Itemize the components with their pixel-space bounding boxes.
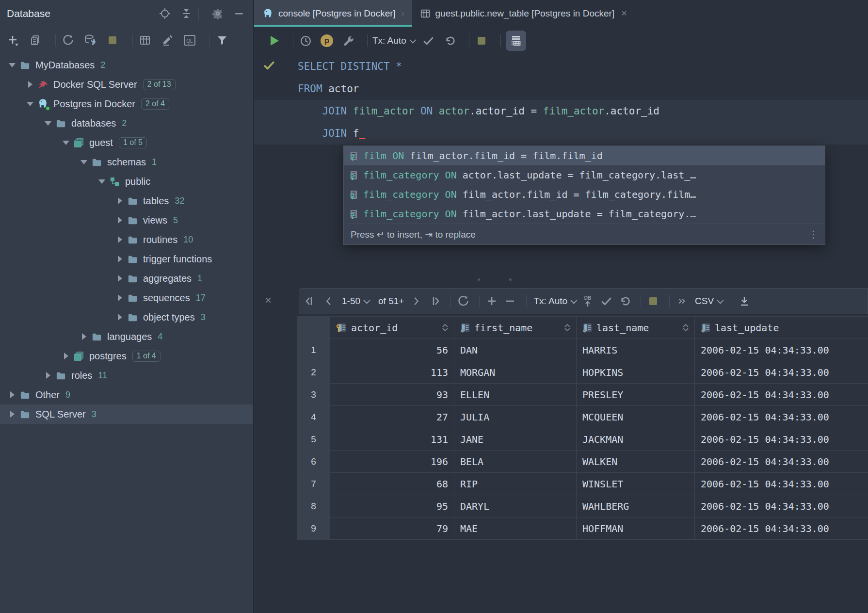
cell-last-update[interactable]: 2006-02-15 04:34:33.00 [695,406,868,428]
copy-icon[interactable] [28,33,43,48]
tree-item-docker-sql-server[interactable]: Docker SQL Server2 of 13 [0,75,253,94]
tree-item-languages[interactable]: languages4 [0,327,253,346]
tree-item-roles[interactable]: roles11 [0,366,253,385]
db-submit-icon[interactable]: DB [580,294,595,308]
cell-last-update[interactable]: 2006-02-15 04:34:33.00 [695,428,868,451]
settings-icon[interactable] [210,6,225,21]
row-number[interactable]: 1 [297,339,330,361]
tab-new-table[interactable]: guest.public.new_table [Postgres in Dock… [412,0,635,27]
tree-item-schemas[interactable]: schemas1 [0,152,253,172]
cell-last-update[interactable]: 2006-02-15 04:34:33.00 [695,451,868,473]
cell-last-name[interactable]: JACKMAN [577,428,695,451]
hide-icon[interactable] [232,6,246,21]
cell-last-name[interactable]: WALKEN [577,451,695,473]
rollback-icon[interactable] [617,294,632,308]
splitter-handle[interactable] [478,278,512,281]
cell-last-update[interactable]: 2006-02-15 04:34:33.00 [695,517,868,540]
last-page-icon[interactable] [427,294,442,308]
completion-item[interactable]: film ON film_actor.film_id = film.film_i… [344,146,825,165]
cell-first-name[interactable]: MORGAN [454,361,577,384]
cell-actor-id[interactable]: 113 [330,361,454,384]
cell-first-name[interactable]: MAE [454,517,577,540]
chevron-down-icon[interactable] [78,156,90,168]
cell-first-name[interactable]: JANE [454,428,577,451]
chevron-right-icon[interactable] [60,350,72,362]
chevron-down-icon[interactable] [42,117,54,129]
tree-item-other[interactable]: Other9 [0,385,253,404]
chevron-right-icon[interactable] [113,194,126,207]
row-number[interactable]: 3 [297,384,330,406]
column-header-actor_id[interactable]: actor_id [330,317,454,339]
history-icon[interactable] [298,33,313,48]
add-row-icon[interactable] [484,294,499,308]
tree-item-public[interactable]: public [0,172,253,191]
cell-last-name[interactable]: WAHLBERG [577,495,695,517]
chevron-down-icon[interactable] [60,136,72,149]
table-icon[interactable] [138,33,152,48]
data-source-properties-icon[interactable] [83,33,97,48]
cell-last-update[interactable]: 2006-02-15 04:34:33.00 [695,473,868,495]
tab-close-icon[interactable]: × [621,8,627,19]
cell-first-name[interactable]: JULIA [454,406,577,428]
new-icon[interactable] [6,33,20,48]
sort-toggle[interactable] [442,324,448,331]
expand-more-icon[interactable] [675,294,689,308]
tab-console[interactable]: console [Postgres in Docker] › [254,0,412,27]
chevron-right-icon[interactable] [113,291,126,304]
code-line-4[interactable]: JOIN f_ [254,122,868,145]
refresh-icon[interactable] [61,33,75,48]
chevron-right-icon[interactable] [6,408,18,420]
sort-toggle[interactable] [564,324,570,331]
rollback-icon[interactable] [443,33,457,48]
cell-actor-id[interactable]: 95 [330,495,454,517]
cell-last-name[interactable]: PRESLEY [577,384,695,406]
cell-first-name[interactable]: RIP [454,473,577,495]
cell-last-name[interactable]: WINSLET [577,473,695,495]
chevron-right-icon[interactable] [113,253,126,265]
row-number[interactable]: 6 [297,451,330,473]
stop-icon[interactable] [105,33,120,48]
completion-item[interactable]: film_category ON film_actor.last_update … [344,204,825,224]
delete-row-icon[interactable] [503,294,517,308]
code-line-1[interactable]: SELECT DISTINCT * [254,55,868,78]
cell-last-update[interactable]: 2006-02-15 04:34:33.00 [695,339,868,361]
tree-item-databases[interactable]: databases2 [0,113,253,133]
chevron-right-icon[interactable] [113,272,126,285]
in-editor-results-toggle[interactable] [506,31,526,51]
chevron-right-icon[interactable] [42,369,54,382]
sort-toggle[interactable] [683,324,689,331]
stop-icon[interactable] [474,33,489,48]
cell-actor-id[interactable]: 93 [330,384,454,406]
session-badge[interactable]: p [320,33,334,48]
cell-actor-id[interactable]: 131 [330,428,454,451]
page-range-select[interactable]: 1-50 [342,296,369,306]
cell-first-name[interactable]: ELLEN [454,384,577,406]
cell-last-name[interactable]: MCQUEEN [577,406,695,428]
stop-icon[interactable] [646,294,660,308]
reload-icon[interactable] [456,294,470,308]
chevron-right-icon[interactable] [6,388,18,401]
chevron-right-icon[interactable] [113,233,126,246]
cell-actor-id[interactable]: 68 [330,473,454,495]
chevron-down-icon[interactable] [24,97,36,110]
tx-mode-select[interactable]: Tx: Auto [372,35,415,46]
column-header-last_update[interactable]: last_update [695,317,868,339]
cell-last-update[interactable]: 2006-02-15 04:34:33.00 [695,384,868,406]
tree-item-views[interactable]: views5 [0,210,253,230]
chevron-down-icon[interactable] [96,175,108,188]
cell-last-name[interactable]: HOFFMAN [577,517,695,540]
row-number[interactable]: 5 [297,428,330,451]
tree-item-object-types[interactable]: object types3 [0,307,253,327]
ql-console-icon[interactable]: QL [182,33,197,48]
cell-last-name[interactable]: HARRIS [577,339,695,361]
commit-icon[interactable] [599,294,613,308]
first-page-icon[interactable] [303,294,318,308]
tree-item-postgres-in-docker[interactable]: Postgres in Docker2 of 4 [0,94,253,113]
run-icon[interactable] [267,33,281,48]
tree-item-sql-server[interactable]: SQL Server3 [0,404,253,424]
column-header-first_name[interactable]: first_name [454,317,577,339]
chevron-down-icon[interactable] [6,59,18,71]
completion-item[interactable]: film_category ON film_actor.film_id = fi… [344,185,825,204]
export-icon[interactable] [737,294,752,308]
cell-actor-id[interactable]: 79 [330,517,454,540]
